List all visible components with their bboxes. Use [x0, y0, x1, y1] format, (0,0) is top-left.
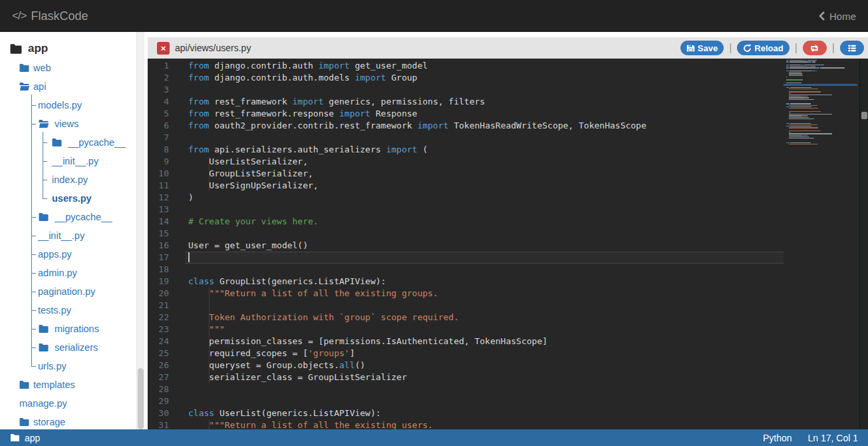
- sidebar-item-init-py[interactable]: __init__.py: [0, 152, 137, 170]
- sidebar-item-label: api: [33, 81, 46, 92]
- code-line-20[interactable]: 20 """Return a list of all the existing …: [148, 288, 859, 300]
- sidebar-item-views[interactable]: views: [0, 114, 137, 133]
- reload-button[interactable]: Reload: [737, 41, 789, 55]
- code-text: permission_classes = [permissions.IsAuth…: [188, 335, 547, 347]
- code-line-30[interactable]: 30class UserList(generics.ListAPIView):: [148, 407, 859, 419]
- minimap-line: [789, 124, 817, 125]
- code-line-21[interactable]: 21: [148, 300, 859, 312]
- top-navbar: </> FlaskCode Home: [0, 0, 868, 32]
- code-line-13[interactable]: 13: [148, 204, 859, 216]
- minimap-line: [789, 138, 814, 138]
- sidebar-item-init-py[interactable]: __init__.py: [0, 226, 137, 245]
- sidebar-item-api[interactable]: api: [0, 77, 137, 96]
- code-line-1[interactable]: 1from django.contrib.auth import get_use…: [148, 60, 859, 72]
- code-line-9[interactable]: 9 UserListSerializer,: [148, 156, 859, 168]
- sidebar-item-index-py[interactable]: index.py: [0, 170, 137, 189]
- code-line-28[interactable]: 28: [148, 383, 859, 395]
- sidebar-item-manage-py[interactable]: manage.py: [0, 394, 137, 413]
- line-number: 23: [148, 324, 169, 335]
- sidebar-item-users-py[interactable]: users.py: [0, 189, 137, 208]
- minimap-line: [789, 132, 791, 132]
- code-line-8[interactable]: 8from api.serializers.auth_serializers i…: [148, 144, 859, 156]
- minimap-line: [786, 123, 790, 124]
- sidebar-item-label: storage: [33, 417, 65, 427]
- code-line-29[interactable]: 29: [148, 395, 859, 407]
- minimap-line: [789, 115, 801, 116]
- code-text: # Create your views here.: [188, 216, 319, 228]
- minimap-line: [789, 89, 818, 89]
- sidebar-item-label: urls.py: [38, 361, 67, 371]
- code-line-24[interactable]: 24 permission_classes = [permissions.IsA…: [148, 335, 859, 347]
- code-text: queryset = Group.objects.all(): [188, 359, 365, 371]
- code-line-31[interactable]: 31 """Return a list of all the existing …: [148, 419, 859, 429]
- sidebar-scrollbar-thumb[interactable]: [138, 368, 144, 429]
- open-file-tab[interactable]: × api/views/users.py: [157, 42, 251, 55]
- close-tab-icon[interactable]: ×: [157, 42, 170, 55]
- tree-connector-tick: [31, 105, 36, 106]
- line-number: 15: [148, 228, 169, 240]
- code-editor[interactable]: 1from django.contrib.auth import get_use…: [148, 59, 868, 429]
- line-number: 22: [148, 312, 169, 324]
- code-line-7[interactable]: 7: [148, 132, 859, 144]
- code-line-2[interactable]: 2from django.contrib.auth.models import …: [148, 72, 859, 84]
- sidebar-root-label: app: [28, 42, 48, 55]
- minimap-line: [790, 107, 811, 107]
- code-line-10[interactable]: 10 GroupListSerializer,: [148, 168, 859, 180]
- code-line-3[interactable]: 3: [148, 84, 859, 96]
- folder-icon: [19, 417, 30, 427]
- sidebar-item-pycache[interactable]: __pycache__: [0, 133, 137, 152]
- code-line-26[interactable]: 26 queryset = Group.objects.all(): [148, 359, 859, 371]
- code-line-4[interactable]: 4from rest_framework import generics, pe…: [148, 96, 859, 108]
- code-text: from oauth2_provider.contrib.rest_framew…: [188, 120, 647, 132]
- sidebar-item-pagination-py[interactable]: pagination.py: [0, 282, 137, 301]
- code-line-5[interactable]: 5from rest_framework.response import Res…: [148, 108, 859, 120]
- code-line-16[interactable]: 16User = get_user_model(): [148, 240, 859, 252]
- minimap-line: [789, 95, 832, 95]
- code-line-12[interactable]: 12): [148, 192, 859, 204]
- minimap-line: [789, 118, 814, 119]
- minimap-line: [786, 65, 789, 65]
- code-line-15[interactable]: 15: [148, 228, 859, 240]
- reset-button[interactable]: [803, 41, 827, 55]
- sidebar-item-urls-py[interactable]: urls.py: [0, 357, 137, 375]
- minimap-line: [786, 103, 790, 104]
- file-list-button[interactable]: [840, 41, 864, 55]
- folder-icon: [38, 324, 49, 334]
- editor-scrollbar-thumb[interactable]: [861, 112, 867, 119]
- sidebar-item-migrations[interactable]: migrations: [0, 320, 137, 338]
- tree-connector-tick: [31, 329, 36, 330]
- code-line-25[interactable]: 25 required_scopes = ['groups']: [148, 347, 859, 359]
- code-line-19[interactable]: 19class GroupList(generics.ListAPIView):: [148, 276, 859, 288]
- sidebar-item-apps-py[interactable]: apps.py: [0, 245, 137, 264]
- sidebar-item-storage[interactable]: storage: [0, 413, 137, 429]
- code-line-11[interactable]: 11 UserSignUpSerializer,: [148, 180, 859, 192]
- sidebar-item-models-py[interactable]: models.py: [0, 96, 137, 114]
- line-number: 3: [148, 84, 169, 96]
- sidebar-item-label: web: [33, 63, 51, 73]
- sidebar-item-tests-py[interactable]: tests.py: [0, 301, 137, 320]
- code-line-18[interactable]: 18: [148, 264, 859, 276]
- code-text: ): [188, 192, 194, 204]
- line-number: 28: [148, 383, 169, 395]
- save-button[interactable]: Save: [680, 41, 724, 55]
- sidebar-item-label: __pycache__: [68, 137, 125, 148]
- minimap-line: [789, 127, 818, 128]
- minimap-line: [801, 135, 807, 136]
- sidebar-item-pycache[interactable]: __pycache__: [0, 208, 137, 226]
- sidebar-item-admin-py[interactable]: admin.py: [0, 264, 137, 282]
- minimap[interactable]: [784, 60, 859, 153]
- minimap-line: [789, 117, 805, 118]
- code-line-14[interactable]: 14# Create your views here.: [148, 216, 859, 228]
- app-brand[interactable]: </> FlaskCode: [12, 9, 88, 23]
- sidebar-item-templates[interactable]: templates: [0, 375, 137, 394]
- sidebar-item-serializers[interactable]: serializers: [0, 338, 137, 357]
- code-line-17[interactable]: 17: [148, 252, 859, 264]
- code-line-27[interactable]: 27 serializer_class = GroupListSerialize…: [148, 371, 859, 383]
- sidebar-item-app-root[interactable]: app: [9, 39, 48, 59]
- home-link[interactable]: Home: [818, 11, 856, 22]
- code-line-23[interactable]: 23 """: [148, 324, 859, 335]
- code-line-22[interactable]: 22 Token Authorization with `group` scop…: [148, 312, 859, 324]
- code-line-6[interactable]: 6from oauth2_provider.contrib.rest_frame…: [148, 120, 859, 132]
- sidebar-item-web[interactable]: web: [0, 59, 137, 77]
- open-file-path: api/views/users.py: [175, 43, 251, 53]
